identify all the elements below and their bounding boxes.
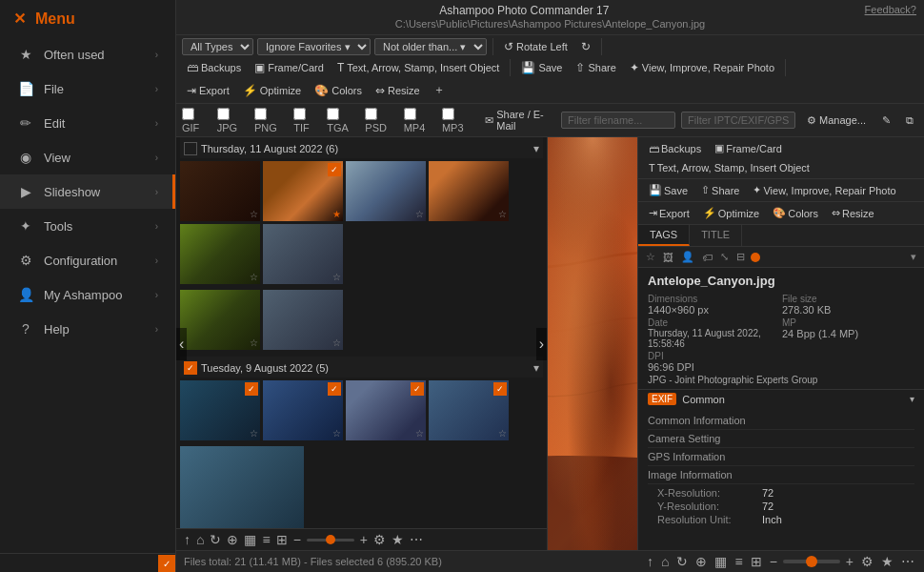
meta-resize-button[interactable]: ⇔ Resize <box>827 205 879 221</box>
tree-item-camera[interactable]: Camera Setting <box>648 430 914 448</box>
zoom-btn[interactable]: ⊕ <box>693 554 709 569</box>
star-icon[interactable]: ☆ <box>415 209 424 219</box>
group1-collapse-icon[interactable]: ▾ <box>533 142 539 155</box>
star-icon[interactable]: ☆ <box>498 428 507 439</box>
home-icon[interactable]: ⌂ <box>196 532 204 547</box>
size-view-btn[interactable]: ⊞ <box>749 554 764 569</box>
star-icon[interactable]: ★ <box>332 209 341 219</box>
psd-filter[interactable]: PSD <box>365 108 397 133</box>
star-icon[interactable]: ☆ <box>332 337 341 348</box>
meta-view-button[interactable]: ✦ View, Improve, Repair Photo <box>748 182 900 198</box>
meta-text-button[interactable]: T Text, Arrow, Stamp, Insert Object <box>644 160 814 175</box>
meta-export-button[interactable]: ⇥ Export <box>644 205 694 221</box>
sidebar-item-often-used[interactable]: ★ Often used › <box>0 37 175 72</box>
star-btn[interactable]: ★ <box>879 554 895 569</box>
text-arrow-button[interactable]: T Text, Arrow, Stamp, Insert Object <box>332 59 505 76</box>
exif-expand-icon[interactable]: ▾ <box>910 394 914 404</box>
home-btn[interactable]: ⌂ <box>659 554 671 569</box>
colors-button[interactable]: 🎨 Colors <box>310 82 367 99</box>
frame-card-button[interactable]: ▣ Frame/Card <box>250 59 329 76</box>
meta-share-button[interactable]: ⇧ Share <box>696 182 744 198</box>
star-icon[interactable]: ☆ <box>250 428 258 439</box>
thumbnail-item[interactable]: ☆ <box>180 446 304 528</box>
grid-icon[interactable]: ▦ <box>244 532 256 547</box>
gif-filter[interactable]: GIF <box>182 108 211 133</box>
star-meta-icon[interactable]: ☆ <box>644 250 657 264</box>
star-icon[interactable]: ☆ <box>250 272 258 282</box>
group2-checkbox[interactable]: ✓ <box>184 361 197 375</box>
zoom-out-btn[interactable]: − <box>768 554 779 569</box>
thumbnail-item[interactable]: ☆ <box>429 161 509 221</box>
person-meta-icon[interactable]: 👤 <box>679 250 696 264</box>
sidebar-item-file[interactable]: 📄 File › <box>0 72 175 106</box>
rotate-left-button[interactable]: ↺ Rotate Left <box>499 38 572 55</box>
resize-button[interactable]: ⇔ Resize <box>371 82 425 99</box>
tree-item-gps[interactable]: GPS Information <box>648 448 914 466</box>
star-icon[interactable]: ☆ <box>498 209 507 219</box>
tag-meta-icon[interactable]: 🏷 <box>700 251 714 264</box>
share-button[interactable]: ⇧ Share <box>571 59 620 76</box>
expand-meta-icon[interactable]: ⤡ <box>718 250 731 264</box>
sidebar-item-configuration[interactable]: ⚙ Configuration › <box>0 243 175 277</box>
meta-colors-button[interactable]: 🎨 Colors <box>768 205 823 221</box>
tif-filter[interactable]: TIF <box>293 108 321 133</box>
extra-icon[interactable]: ⋯ <box>410 532 423 547</box>
star-icon[interactable]: ☆ <box>293 526 302 528</box>
jpg-filter[interactable]: JPG <box>217 108 249 133</box>
zoom-in-icon[interactable]: + <box>360 532 368 547</box>
thumbnail-scroll[interactable]: Thursday, 11 August 2022 (6) ▾ ☆ ✓ ★ ☆ <box>176 137 547 528</box>
thumbnail-item[interactable]: ☆ <box>263 224 343 284</box>
feedback-link[interactable]: Feedback? <box>865 4 916 15</box>
group1-checkbox[interactable] <box>184 142 197 155</box>
sidebar-item-tools[interactable]: ✦ Tools › <box>0 209 175 243</box>
meta-save-button[interactable]: 💾 Save <box>644 182 693 198</box>
manage-button[interactable]: ⚙ Manage... <box>801 112 872 129</box>
thumbnail-item[interactable]: ✓ ☆ <box>429 380 509 440</box>
settings-icon[interactable]: ⚙ <box>373 532 386 547</box>
type-filter-select[interactable]: All Types <box>182 38 253 55</box>
export-button[interactable]: ⇥ Export <box>182 82 234 99</box>
tab-title[interactable]: TITLE <box>690 225 742 246</box>
tga-filter[interactable]: TGA <box>327 108 359 133</box>
favorites-filter-select[interactable]: Ignore Favorites ▾ <box>257 38 371 55</box>
thumbnail-item[interactable]: ✓ ☆ <box>180 380 260 440</box>
edit-manage-button[interactable]: ✎ <box>877 112 895 129</box>
nav-next-icon[interactable]: › <box>536 328 547 360</box>
group2-collapse-icon[interactable]: ▾ <box>533 361 539 375</box>
thumbnail-item[interactable]: ☆ <box>180 161 260 221</box>
color-dot[interactable] <box>751 253 760 262</box>
backups-button[interactable]: 🗃 Backups <box>182 59 246 76</box>
image-meta-icon[interactable]: 🖼 <box>661 251 675 264</box>
search-icon[interactable]: ⊕ <box>227 532 238 547</box>
grid-view-btn[interactable]: ▦ <box>713 554 729 569</box>
png-filter[interactable]: PNG <box>254 108 288 133</box>
star-icon[interactable]: ☆ <box>332 428 341 439</box>
mp4-filter[interactable]: MP4 <box>404 108 436 133</box>
copy-button[interactable]: ⧉ <box>901 112 918 129</box>
list-view-btn[interactable]: ≡ <box>733 554 744 569</box>
thumbnail-item[interactable]: ☆ <box>180 290 260 350</box>
settings-btn[interactable]: ⚙ <box>859 554 875 569</box>
star-filter-icon[interactable]: ★ <box>392 532 404 547</box>
thumbnail-item[interactable]: ✓ ☆ <box>346 380 426 440</box>
sidebar-item-my-ashampoo[interactable]: 👤 My Ashampoo › <box>0 277 175 312</box>
columns-meta-icon[interactable]: ⊟ <box>734 250 747 264</box>
mp3-filter[interactable]: MP3 <box>442 108 474 133</box>
tab-tags[interactable]: TAGS <box>638 225 690 246</box>
sidebar-item-view[interactable]: ◉ View › <box>0 140 175 174</box>
star-icon[interactable]: ☆ <box>250 209 258 219</box>
thumbnail-item[interactable]: ☆ <box>180 224 260 284</box>
tree-item-common-info[interactable]: Common Information <box>648 412 914 430</box>
thumbnail-item[interactable]: ✓ ★ <box>263 161 343 221</box>
thumbnail-item[interactable]: ☆ <box>263 290 343 350</box>
sidebar-item-help[interactable]: ? Help › <box>0 312 175 346</box>
zoom-out-icon[interactable]: − <box>293 532 301 547</box>
size-icon[interactable]: ⊞ <box>276 532 288 547</box>
zoom-range-slider[interactable] <box>783 560 840 563</box>
tree-item-image-info[interactable]: Image Information <box>648 466 914 484</box>
sidebar-item-slideshow[interactable]: ▶ Slideshow › <box>0 174 175 209</box>
rotate-right-button[interactable]: ↻ <box>576 38 595 55</box>
meta-frame-button[interactable]: ▣ Frame/Card <box>710 140 787 156</box>
save-button[interactable]: 💾 Save <box>516 59 567 76</box>
star-icon[interactable]: ☆ <box>332 272 341 282</box>
